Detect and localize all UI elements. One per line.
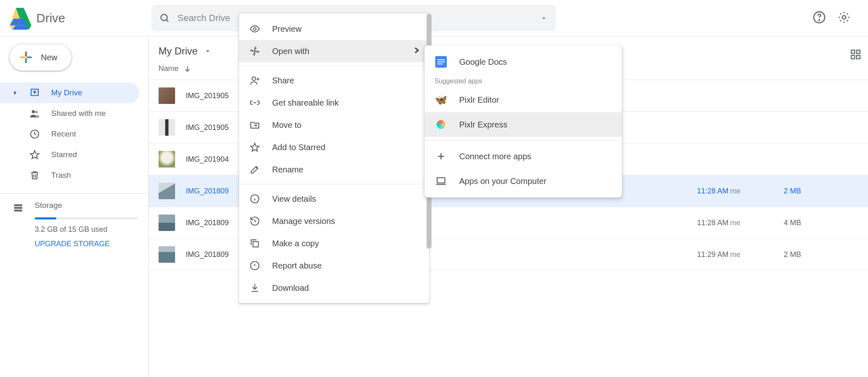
- nav-list: My Drive Shared with me Recent Starred T: [0, 82, 148, 186]
- submenu-app-google-docs[interactable]: Google Docs: [425, 49, 622, 74]
- svg-rect-5: [25, 52, 27, 57]
- file-modified: [697, 92, 784, 100]
- round-rainbow-icon: [434, 118, 448, 131]
- svg-rect-17: [851, 55, 855, 59]
- docs-icon: [434, 55, 448, 68]
- storage-bar: [35, 217, 138, 219]
- file-modified: 11:28 AMme: [697, 219, 784, 227]
- ctx-item-label: Open with: [272, 47, 309, 56]
- ctx-item-preview[interactable]: Preview: [239, 18, 429, 40]
- submenu-heading: Suggested apps: [425, 74, 622, 87]
- file-thumbnail: [159, 214, 175, 231]
- svg-point-9: [32, 110, 35, 113]
- sidebar-item-shared[interactable]: Shared with me: [0, 103, 139, 124]
- storage-label: Storage: [35, 201, 138, 210]
- sidebar-item-label: Trash: [51, 171, 71, 180]
- link-icon: [249, 97, 261, 108]
- svg-point-3: [819, 19, 820, 20]
- ctx-item-make-a-copy[interactable]: Make a copy: [239, 232, 429, 254]
- info-icon: [249, 193, 261, 204]
- sidebar: New My Drive Shared with me Recent St: [0, 36, 149, 377]
- ctx-item-label: Add to Starred: [272, 143, 325, 152]
- ctx-item-label: Move to: [272, 120, 301, 130]
- new-button[interactable]: New: [9, 44, 72, 71]
- grid-icon: [850, 49, 861, 60]
- svg-rect-7: [20, 57, 25, 58]
- star-icon: [249, 142, 261, 153]
- breadcrumb-label: My Drive: [159, 45, 198, 57]
- svg-point-0: [161, 14, 167, 20]
- drive-logo-icon: [8, 7, 31, 30]
- submenu-action-connect-more-apps[interactable]: Connect more apps: [425, 144, 622, 169]
- ctx-item-manage-versions[interactable]: Manage versions: [239, 210, 429, 232]
- chevron-right-icon: [414, 47, 419, 56]
- svg-point-4: [842, 15, 846, 19]
- ctx-item-rename[interactable]: Rename: [239, 158, 429, 181]
- submenu-item-label: Pixlr Editor: [459, 95, 499, 105]
- file-modified: [697, 123, 784, 132]
- report-icon: [249, 260, 261, 271]
- submenu-app-pixlr-express[interactable]: Pixlr Express: [425, 112, 622, 137]
- sidebar-item-label: Recent: [51, 130, 76, 139]
- history-icon: [249, 216, 261, 226]
- sidebar-item-recent[interactable]: Recent: [0, 124, 139, 144]
- ctx-item-add-to-starred[interactable]: Add to Starred: [239, 136, 429, 158]
- download-icon: [249, 283, 261, 293]
- svg-point-19: [254, 28, 256, 31]
- storage-section: Storage 3.2 GB of 15 GB used UPGRADE STO…: [0, 201, 148, 248]
- plus-multicolor-icon: [19, 50, 33, 65]
- butterfly-icon: 🦋: [434, 93, 448, 106]
- header-actions: [813, 11, 860, 26]
- file-modified: 11:29 AMme: [697, 250, 784, 259]
- people-icon: [29, 108, 40, 119]
- sidebar-item-label: Shared with me: [51, 109, 106, 118]
- svg-line-1: [166, 19, 168, 21]
- star-icon: [29, 149, 40, 160]
- svg-rect-14: [14, 210, 22, 211]
- trash-icon: [29, 170, 40, 181]
- drive-folder-icon: [29, 87, 40, 98]
- logo-area[interactable]: Drive: [8, 7, 145, 30]
- ctx-item-move-to[interactable]: Move to: [239, 114, 429, 136]
- sidebar-item-trash[interactable]: Trash: [0, 165, 139, 186]
- ctx-item-label: Make a copy: [272, 239, 319, 248]
- file-modified: [697, 155, 784, 164]
- storage-icon: [12, 203, 24, 248]
- ctx-item-open-with[interactable]: Open with: [239, 40, 429, 62]
- ctx-item-view-details[interactable]: View details: [239, 188, 429, 210]
- sidebar-item-my-drive[interactable]: My Drive: [0, 82, 139, 103]
- header: Drive: [0, 0, 868, 36]
- submenu-action-apps-on-your-computer[interactable]: Apps on your Computer: [425, 169, 622, 193]
- svg-rect-12: [14, 204, 22, 206]
- sidebar-item-starred[interactable]: Starred: [0, 144, 139, 165]
- grid-view-button[interactable]: [847, 45, 865, 65]
- help-button[interactable]: [813, 11, 826, 26]
- context-menu: Preview Open with Share Get shareable li…: [239, 14, 429, 303]
- submenu-item-label: Google Docs: [459, 57, 507, 67]
- ctx-item-label: Preview: [272, 24, 301, 34]
- ctx-item-get-shareable-link[interactable]: Get shareable link: [239, 92, 429, 114]
- ctx-item-download[interactable]: Download: [239, 277, 429, 299]
- expand-chevron-icon[interactable]: [12, 90, 18, 96]
- submenu-app-pixlr-editor[interactable]: 🦋 Pixlr Editor: [425, 87, 622, 112]
- file-thumbnail: [159, 119, 175, 136]
- svg-point-10: [35, 111, 38, 113]
- sidebar-item-label: Starred: [51, 150, 77, 159]
- upgrade-storage-link[interactable]: UPGRADE STORAGE: [35, 240, 138, 248]
- ctx-item-report-abuse[interactable]: Report abuse: [239, 254, 429, 277]
- svg-rect-8: [27, 57, 32, 58]
- svg-rect-23: [437, 178, 445, 183]
- separator: [425, 140, 622, 141]
- svg-rect-13: [14, 207, 22, 209]
- settings-button[interactable]: [837, 11, 851, 26]
- column-name-header[interactable]: Name: [159, 64, 192, 73]
- ctx-item-share[interactable]: Share: [239, 69, 429, 92]
- chevron-down-icon: [204, 47, 212, 55]
- sort-arrow-down-icon: [183, 65, 192, 73]
- help-icon: [813, 11, 826, 24]
- search-options-dropdown-icon[interactable]: [540, 14, 548, 22]
- product-name: Drive: [36, 11, 65, 25]
- svg-rect-22: [253, 242, 259, 247]
- gear-icon: [837, 11, 851, 24]
- ctx-item-label: Report abuse: [272, 261, 322, 271]
